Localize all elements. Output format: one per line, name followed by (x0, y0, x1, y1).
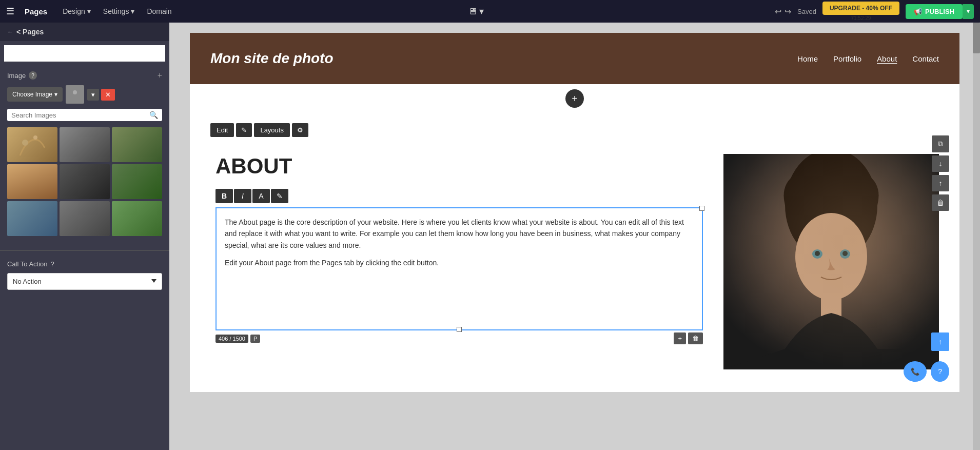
site-nav: Home Portfolio About Contact (797, 54, 939, 63)
publish-icon: 📢 (914, 8, 922, 15)
edit-btn[interactable]: Edit (210, 123, 234, 137)
undo-redo: ↩ ↪ (775, 7, 791, 16)
left-sidebar: ← < Pages Image ? + Choose Image ▾ (0, 23, 169, 450)
align-btn[interactable]: A (252, 189, 270, 203)
upgrade-timer: 71:52:29 (822, 15, 899, 21)
image-cell-5[interactable] (60, 164, 110, 199)
sidebar-divider (0, 250, 169, 251)
main-content: Mon site de photo Home Portfolio About C… (169, 23, 980, 450)
svg-rect-5 (723, 154, 939, 369)
move-up-btn[interactable]: ↑ (932, 175, 949, 191)
publish-dropdown-btn[interactable]: ▾ (963, 4, 974, 19)
upgrade-wrapper: UPGRADE - 40% OFF 71:52:29 (822, 2, 899, 21)
scrollbar-thumb[interactable] (973, 23, 980, 53)
italic-btn[interactable]: I (234, 189, 251, 203)
search-icon: 🔍 (149, 111, 158, 119)
design-nav-item[interactable]: Design ▾ (57, 5, 96, 17)
menu-icon[interactable]: ☰ (6, 6, 14, 17)
text-editor-footer: 406 / 1500 P + 🗑 (215, 332, 703, 344)
search-images-box: 🔍 (7, 109, 162, 121)
nav-contact[interactable]: Contact (912, 54, 939, 63)
svg-point-6 (785, 154, 877, 262)
text-editor-box[interactable]: The About page is the core description o… (215, 207, 703, 330)
redo-btn[interactable]: ↪ (785, 7, 791, 16)
image-thumbnail (66, 85, 84, 104)
cta-select[interactable]: No Action (7, 273, 162, 290)
page-search-input[interactable] (4, 45, 165, 62)
image-cell-2[interactable] (60, 127, 110, 162)
scroll-arrows: ↑ (931, 332, 949, 351)
image-cell-4[interactable] (7, 164, 57, 199)
image-help-icon[interactable]: ? (29, 71, 37, 80)
edit-icon-btn[interactable]: ✎ (236, 123, 252, 137)
text-actions: + 🗑 (674, 332, 703, 344)
site-header: Mon site de photo Home Portfolio About C… (190, 33, 959, 84)
undo-btn[interactable]: ↩ (775, 7, 781, 16)
add-section-btn[interactable]: + (565, 89, 584, 108)
add-section-area: + (190, 84, 959, 113)
image-section: Image ? + Choose Image ▾ ▾ ✕ 🔍 (0, 66, 169, 246)
main-layout: ← < Pages Image ? + Choose Image ▾ (0, 23, 980, 450)
publish-button[interactable]: 📢 PUBLISH (906, 4, 963, 19)
edit-toolbar: Edit ✎ Layouts ⚙ (210, 123, 308, 137)
image-cell-6[interactable] (112, 164, 162, 199)
char-count: 406 / 1500 (215, 335, 248, 343)
nav-home[interactable]: Home (797, 54, 818, 63)
scroll-up-btn[interactable]: ↑ (931, 332, 949, 351)
publish-wrapper: 📢 PUBLISH ▾ (906, 4, 974, 19)
right-side-btns: ⧉ ↓ ↑ 🗑 (932, 135, 949, 211)
delete-section-btn[interactable]: 🗑 (932, 194, 949, 211)
top-bar-center: 🖥 ▾ (187, 6, 765, 17)
resize-handle-top-right[interactable] (699, 206, 704, 211)
svg-point-0 (73, 90, 77, 94)
image-section-title: Image ? + (7, 71, 162, 80)
cta-title: Call To Action ? (7, 260, 162, 268)
image-cell-7[interactable] (7, 201, 57, 236)
phone-btn[interactable]: 📞 (904, 361, 927, 382)
top-nav: Design ▾ Settings ▾ Domain (57, 5, 177, 17)
image-add-icon[interactable]: + (158, 71, 162, 80)
image-actions: ▾ ✕ (87, 89, 115, 101)
upgrade-button[interactable]: UPGRADE - 40% OFF (822, 2, 899, 15)
layouts-btn[interactable]: Layouts (254, 123, 290, 137)
canvas-area: Mon site de photo Home Portfolio About C… (169, 23, 980, 450)
pages-header[interactable]: ← < Pages (0, 23, 169, 41)
body-text-p2: Edit your About page from the Pages tab … (225, 257, 694, 268)
nav-portfolio[interactable]: Portfolio (833, 54, 861, 63)
image-expand-btn[interactable]: ▾ (87, 89, 99, 101)
cta-help-icon[interactable]: ? (51, 260, 54, 268)
image-cell-1[interactable] (7, 127, 57, 162)
search-images-input[interactable] (11, 111, 149, 119)
choose-image-dropdown-icon: ▾ (54, 91, 57, 98)
design-dropdown-icon: ▾ (87, 7, 91, 15)
settings-icon-btn[interactable]: ⚙ (292, 123, 308, 137)
content-section: Edit ✎ Layouts ⚙ ABOUT B I A ✎ (190, 113, 959, 380)
resize-handle-bottom[interactable] (457, 327, 462, 332)
brush-btn[interactable]: ✎ (271, 189, 288, 203)
cta-section: Call To Action ? No Action (0, 255, 169, 297)
p-tag: P (250, 335, 260, 343)
copy-section-btn[interactable]: ⧉ (932, 135, 949, 152)
app-logo: Pages (25, 7, 47, 16)
page-search-bar[interactable] (4, 45, 165, 62)
bold-btn[interactable]: B (215, 189, 233, 203)
choose-image-btn[interactable]: Choose Image ▾ (7, 87, 63, 102)
image-cell-3[interactable] (112, 127, 162, 162)
text-delete-btn[interactable]: 🗑 (688, 332, 703, 344)
help-btn[interactable]: ? (931, 361, 949, 382)
text-add-btn[interactable]: + (674, 332, 686, 344)
image-cell-9[interactable] (112, 201, 162, 236)
settings-nav-item[interactable]: Settings ▾ (98, 5, 140, 17)
chat-btns: 📞 ? (904, 361, 949, 382)
move-down-btn[interactable]: ↓ (932, 155, 949, 172)
domain-nav-item[interactable]: Domain (142, 5, 177, 17)
right-scrollbar[interactable] (973, 23, 980, 450)
image-chooser: Choose Image ▾ ▾ ✕ (7, 85, 162, 104)
svg-point-3 (22, 140, 28, 146)
svg-point-9 (840, 249, 850, 259)
nav-about[interactable]: About (877, 54, 897, 63)
image-cell-8[interactable] (60, 201, 110, 236)
text-format-bar: B I A ✎ (215, 189, 708, 203)
image-delete-btn[interactable]: ✕ (101, 89, 115, 101)
monitor-icon[interactable]: 🖥 ▾ (468, 6, 484, 17)
